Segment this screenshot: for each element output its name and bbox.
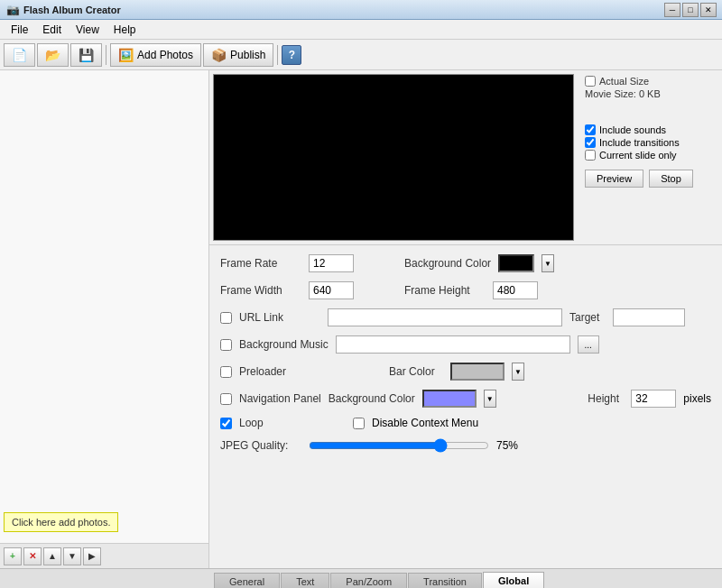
move-down-button[interactable]: ▼: [63, 547, 81, 565]
preview-controls: Actual Size Movie Size: 0 KB Include sou…: [578, 70, 722, 244]
settings-panel: Frame Rate Background Color ▼ Frame Widt…: [209, 244, 722, 568]
save-button[interactable]: 💾: [70, 43, 102, 67]
move-right-button[interactable]: ▶: [83, 547, 101, 565]
frame-rate-input[interactable]: [309, 254, 354, 272]
jpeg-quality-slider[interactable]: [309, 438, 489, 453]
nav-color-dropdown-icon[interactable]: ▼: [484, 390, 496, 408]
preview-video: [213, 74, 574, 241]
add-photo-button[interactable]: +: [4, 547, 22, 565]
current-slide-label: Current slide only: [599, 150, 677, 161]
disable-context-menu-label: Disable Context Menu: [372, 417, 478, 429]
include-transitions-checkbox[interactable]: [585, 137, 596, 148]
background-color-swatch[interactable]: [498, 254, 534, 272]
include-sounds-row: Include sounds: [585, 124, 715, 135]
preview-button[interactable]: Preview: [585, 170, 643, 188]
settings-row-7: Loop Disable Context Menu: [220, 417, 711, 429]
settings-row-4: Background Music ...: [220, 335, 711, 354]
remove-photo-button[interactable]: ✕: [23, 547, 42, 565]
toolbar-separator-2: [277, 45, 278, 65]
stop-button[interactable]: Stop: [649, 170, 693, 188]
add-icon: +: [10, 551, 15, 561]
target-label: Target: [569, 311, 606, 324]
maximize-button[interactable]: □: [682, 3, 699, 17]
jpeg-quality-label: JPEG Quality:: [220, 439, 301, 452]
disable-context-menu-checkbox[interactable]: [353, 418, 365, 429]
height-input[interactable]: [631, 390, 676, 408]
frame-width-label: Frame Width: [220, 284, 301, 297]
main-layout: Click here add photos. + ✕ ▲ ▼ ▶: [0, 70, 722, 568]
menu-help[interactable]: Help: [106, 22, 143, 38]
add-photos-label: Add Photos: [137, 49, 193, 61]
settings-row-3: URL Link Target: [220, 308, 711, 326]
publish-button[interactable]: 📦 Publish: [203, 43, 273, 67]
title-bar-title: Flash Album Creator: [23, 5, 664, 15]
actual-size-row: Actual Size: [585, 76, 715, 87]
loop-checkbox[interactable]: [220, 418, 232, 429]
add-photos-button[interactable]: 🖼️ Add Photos: [110, 43, 201, 67]
right-arrow-icon: ▶: [88, 551, 96, 561]
background-music-checkbox[interactable]: [220, 339, 232, 351]
tab-transition[interactable]: Transition: [408, 573, 482, 588]
help-button[interactable]: ?: [282, 45, 301, 65]
nav-background-color-swatch[interactable]: [422, 390, 477, 408]
browse-music-button[interactable]: ...: [578, 335, 599, 354]
include-sounds-label: Include sounds: [599, 124, 666, 135]
loop-label: Loop: [239, 417, 320, 429]
background-color-label: Background Color: [404, 257, 491, 270]
preview-info: Actual Size Movie Size: 0 KB: [585, 76, 715, 101]
background-music-label: Background Music: [239, 338, 329, 351]
new-icon: 📄: [12, 48, 27, 62]
background-music-input[interactable]: [336, 335, 570, 354]
bar-color-swatch[interactable]: [450, 363, 504, 381]
target-input[interactable]: [613, 308, 685, 326]
remove-icon: ✕: [29, 551, 36, 561]
tab-global[interactable]: Global: [483, 572, 544, 588]
new-button[interactable]: 📄: [4, 43, 35, 67]
tab-general[interactable]: General: [214, 573, 280, 588]
include-sounds-checkbox[interactable]: [585, 124, 596, 135]
bg-color-dropdown-icon[interactable]: ▼: [542, 254, 554, 272]
movie-size-label: Movie Size: 0 KB: [585, 88, 715, 99]
menu-edit[interactable]: Edit: [35, 22, 69, 38]
menu-bar: File Edit View Help: [0, 20, 722, 40]
url-link-input[interactable]: [328, 308, 562, 326]
filmstrip-toolbar: + ✕ ▲ ▼ ▶: [0, 543, 208, 568]
frame-height-label: Frame Height: [404, 284, 486, 297]
bar-color-dropdown-icon[interactable]: ▼: [512, 363, 524, 381]
height-label: Height: [588, 392, 624, 405]
settings-row-6: Navigation Panel Background Color ▼ Heig…: [220, 390, 711, 408]
open-button[interactable]: 📂: [37, 43, 69, 67]
actual-size-label: Actual Size: [599, 76, 649, 87]
down-arrow-icon: ▼: [68, 551, 77, 561]
filmstrip-panel: Click here add photos. + ✕ ▲ ▼ ▶: [0, 70, 209, 568]
filmstrip-hint: Click here add photos.: [4, 512, 118, 532]
navigation-panel-label: Navigation Panel: [239, 392, 321, 405]
url-link-label: URL Link: [239, 311, 320, 324]
menu-file[interactable]: File: [4, 22, 35, 38]
actual-size-checkbox[interactable]: [585, 76, 596, 87]
tab-panzoom[interactable]: Pan/Zoom: [330, 573, 407, 588]
move-up-button[interactable]: ▲: [43, 547, 61, 565]
current-slide-checkbox[interactable]: [585, 150, 596, 161]
jpeg-quality-value: 75%: [496, 439, 518, 452]
tab-text[interactable]: Text: [281, 573, 329, 588]
close-button[interactable]: ✕: [700, 3, 717, 17]
menu-view[interactable]: View: [69, 22, 106, 38]
navigation-panel-checkbox[interactable]: [220, 393, 232, 405]
title-bar: 📷 Flash Album Creator ─ □ ✕: [0, 0, 722, 20]
publish-icon: 📦: [211, 48, 227, 62]
publish-label: Publish: [230, 49, 265, 61]
background-color-nav-label: Background Color: [329, 392, 415, 405]
preloader-checkbox[interactable]: [220, 366, 232, 378]
jpeg-quality-slider-container: 75%: [309, 438, 518, 453]
filmstrip-content: [0, 70, 208, 543]
save-icon: 💾: [79, 48, 94, 62]
frame-height-input[interactable]: [493, 281, 538, 299]
frame-width-input[interactable]: [309, 281, 354, 299]
add-photos-icon: 🖼️: [118, 48, 134, 62]
minimize-button[interactable]: ─: [664, 3, 680, 17]
settings-row-8: JPEG Quality: 75%: [220, 438, 711, 453]
url-link-checkbox[interactable]: [220, 312, 232, 324]
preloader-label: Preloader: [239, 365, 320, 378]
preview-area: Actual Size Movie Size: 0 KB Include sou…: [209, 70, 722, 244]
